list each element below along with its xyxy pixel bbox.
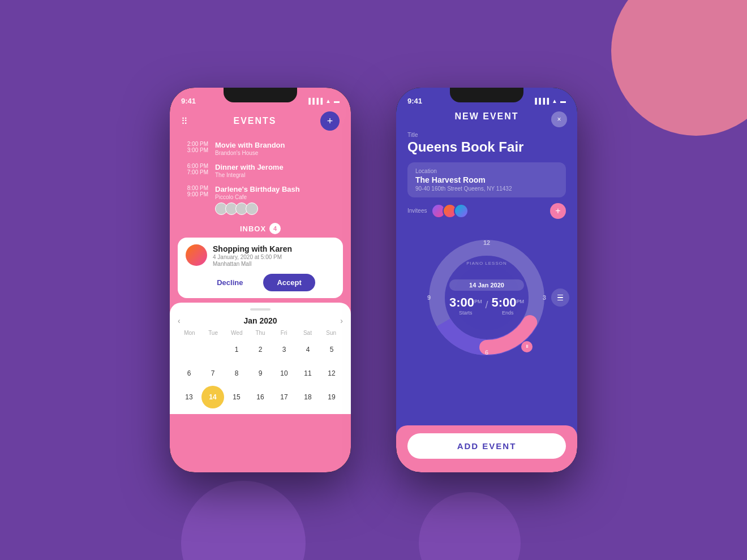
event-time-3: 8:00 PM 9:00 PM [181, 185, 208, 197]
cal-day-16[interactable]: 16 [249, 386, 272, 408]
cal-day-18[interactable]: 18 [297, 386, 319, 408]
battery-icon: ▬ [334, 98, 340, 104]
accept-button[interactable]: Accept [263, 274, 315, 291]
cal-day-12[interactable]: 12 [320, 362, 343, 385]
bg-decoration-circle-top [611, 0, 747, 136]
status-icons-2: ▐▐▐▐ ▲ ▬ [533, 98, 566, 104]
event-details-2: Dinner with Jerome The Integral [215, 163, 284, 178]
event-item-2: 6:00 PM 7:00 PM Dinner with Jerome The I… [170, 160, 351, 182]
cal-day-1[interactable]: 1 [225, 338, 248, 361]
event-time-2: 6:00 PM 7:00 PM [181, 163, 208, 175]
cal-day-6[interactable]: 6 [178, 362, 200, 385]
clock-menu-button[interactable] [551, 288, 569, 307]
location-name: The Harvest Room [415, 175, 558, 184]
cal-day-7[interactable]: 7 [201, 362, 224, 385]
clock-wheel[interactable]: 12 3 6 9 PIANO LESSON ⏸ 14 Jan 2020 [422, 232, 552, 363]
start-time-display: 3:00PM [449, 295, 482, 310]
clock-wheel-container: 12 3 6 9 PIANO LESSON ⏸ 14 Jan 2020 [396, 232, 577, 363]
menu-line-1 [557, 295, 563, 296]
event-end-time-3: 9:00 PM [181, 191, 208, 197]
add-invitee-button[interactable]: + [550, 203, 566, 219]
status-time-1: 9:41 [181, 97, 196, 105]
start-label: Starts [449, 310, 482, 316]
clock-date: 14 Jan 2020 [449, 279, 524, 291]
event-name-display[interactable]: Queens Book Fair [407, 139, 566, 156]
inbox-card-info: Shopping with Karen 4 January, 2020 at 5… [213, 244, 292, 267]
events-header: ⠿ EVENTS + [170, 109, 351, 137]
bg-decoration-circle-bottom-right [419, 492, 521, 560]
cal-day-14-today[interactable]: 14 [201, 386, 224, 408]
clock-center-info: 14 Jan 2020 3:00PM Starts / [449, 279, 524, 316]
inbox-sender-avatar [186, 244, 207, 266]
day-header-sun: Sun [319, 330, 343, 336]
end-time-main: 5:00 [492, 295, 517, 309]
cal-day-15[interactable]: 15 [225, 386, 248, 408]
phone-new-event: 9:41 ▐▐▐▐ ▲ ▬ NEW EVENT × Title Queens B… [396, 88, 577, 472]
clock-num-12: 12 [483, 239, 490, 246]
invitees-label: Invitees [407, 208, 427, 214]
end-label: Ends [492, 310, 525, 316]
end-time-display: 5:00PM [492, 295, 525, 310]
add-event-bottom: ADD EVENT [396, 425, 577, 472]
cal-day-3[interactable]: 3 [273, 338, 295, 361]
cal-day-11[interactable]: 11 [297, 362, 319, 385]
inbox-card-actions: Decline Accept [186, 274, 335, 291]
clock-times: 3:00PM Starts / 5:00PM Ends [449, 295, 524, 316]
wifi-icon-2: ▲ [552, 98, 557, 104]
invitees-left: Invitees [407, 204, 465, 218]
cal-prev-button[interactable]: ‹ [178, 316, 181, 325]
day-header-sat: Sat [296, 330, 320, 336]
phone-events: 9:41 ▐▐▐▐ ▲ ▬ ⠿ EVENTS + 2:00 PM [170, 88, 351, 472]
wifi-icon: ▲ [325, 98, 331, 104]
cal-day-10[interactable]: 10 [273, 362, 295, 385]
cal-day-9[interactable]: 9 [249, 362, 272, 385]
event-details-1: Movie with Brandon Brandon's House [215, 141, 285, 156]
location-field[interactable]: Location The Harvest Room 90-40 160th St… [407, 162, 566, 197]
event-end-time-1: 3:00 PM [181, 147, 208, 153]
invitees-avatars [431, 204, 465, 218]
event-location-2: The Integral [215, 172, 284, 178]
cal-day-13[interactable]: 13 [178, 386, 200, 408]
calendar-grid: 1 2 3 4 5 6 7 8 9 10 11 12 13 [178, 338, 343, 408]
event-end-time-2: 7:00 PM [181, 169, 208, 175]
inbox-count-badge: 4 [269, 223, 281, 234]
cal-day-2[interactable]: 2 [249, 338, 272, 361]
clock-num-9: 9 [427, 294, 431, 301]
event-title-2: Dinner with Jerome [215, 163, 284, 171]
event-title-1: Movie with Brandon [215, 141, 285, 149]
inbox-card-top: Shopping with Karen 4 January, 2020 at 5… [186, 244, 335, 267]
event-avatars-3 [215, 203, 300, 215]
event-item-3: 8:00 PM 9:00 PM Darlene's Birthday Bash … [170, 182, 351, 218]
day-header-mon: Mon [178, 330, 201, 336]
cal-day-19[interactable]: 19 [320, 386, 343, 408]
inbox-event-date: 4 January, 2020 at 5:00 PM [213, 254, 292, 260]
events-page-title: EVENTS [233, 116, 276, 126]
new-event-form: Title Queens Book Fair Location The Harv… [396, 127, 577, 230]
location-address: 90-40 160th Street Queens, NY 11432 [415, 186, 558, 192]
signal-icon-2: ▐▐▐▐ [533, 98, 549, 104]
piano-lesson-label: PIANO LESSON [466, 261, 507, 266]
calendar-handle [250, 308, 271, 311]
time-divider: / [485, 299, 488, 311]
event-item-1: 2:00 PM 3:00 PM Movie with Brandon Brand… [170, 137, 351, 160]
calendar-nav: ‹ Jan 2020 › [178, 316, 343, 325]
add-event-button[interactable]: + [320, 111, 340, 131]
calendar-section: ‹ Jan 2020 › Mon Tue Wed Thu Fri Sat Sun [170, 303, 351, 414]
location-field-label: Location [415, 168, 558, 174]
clock-end-handle[interactable]: ⏸ [521, 341, 533, 352]
notch [224, 88, 297, 102]
cal-day-17[interactable]: 17 [273, 386, 295, 408]
cal-day-4[interactable]: 4 [297, 338, 319, 361]
decline-button[interactable]: Decline [205, 274, 254, 291]
add-event-button[interactable]: ADD EVENT [407, 433, 566, 459]
new-event-title: NEW EVENT [454, 111, 518, 122]
close-button[interactable]: × [551, 111, 567, 127]
event-start-time-2: 6:00 PM [181, 163, 208, 169]
end-period: PM [517, 298, 525, 304]
menu-dots-icon[interactable]: ⠿ [181, 116, 190, 127]
cal-day-5[interactable]: 5 [320, 338, 343, 361]
menu-line-3 [557, 300, 563, 301]
event-start-time-3: 8:00 PM [181, 185, 208, 191]
cal-next-button[interactable]: › [340, 316, 343, 325]
cal-day-8[interactable]: 8 [225, 362, 248, 385]
